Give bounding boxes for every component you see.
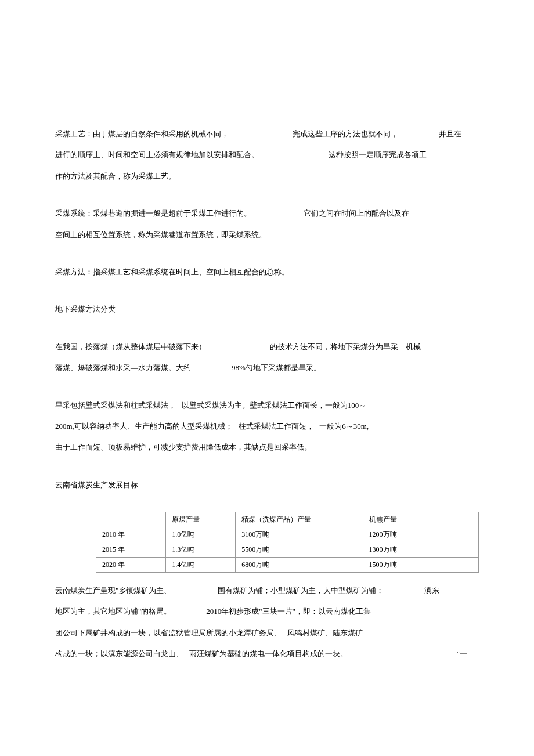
text: 并且在 [439,129,461,138]
text: 团公司下属矿井构成的一块，以省监狱管理局所属的小龙潭矿务局、 凤鸣村煤矿、陆东煤… [55,628,363,637]
table-header: 精煤（洗煤产品）产量 [236,512,363,527]
text: 它们之间在时间上的配合以及在 [304,209,409,218]
text: 落煤、爆破落煤和水采—水力落煤。大约 [55,363,191,372]
text: 作的方法及其配合，称为采煤工艺。 [55,172,176,180]
text: 云南省煤炭生产发展目标 [55,480,138,489]
table-cell: 1500万吨 [363,558,478,573]
text: 国有煤矿为辅；小型煤矿为主，大中型煤矿为辅； [218,586,384,595]
table-cell: 1.4亿吨 [166,558,236,573]
text: 滇东 [424,586,439,595]
production-table: 原煤产量 精煤（洗煤产品）产量 机焦产量 2010 年 1.0亿吨 3100万吨… [96,512,479,573]
text: 的技术方法不同，将地下采煤分为旱采—机械 [270,342,421,351]
text: 2010年初步形成"三块一片"，即：以云南煤化工集 [206,607,371,616]
table-cell: 5500万吨 [236,542,363,558]
table-cell: 6800万吨 [236,558,363,573]
table-header-row: 原煤产量 精煤（洗煤产品）产量 机焦产量 [96,512,479,527]
table-header: 原煤产量 [166,512,236,527]
table-cell: 1200万吨 [363,527,478,542]
table-cell: 1300万吨 [363,542,478,558]
table-header [96,512,166,527]
table-row: 2010 年 1.0亿吨 3100万吨 1200万吨 [96,527,479,542]
text: 98%勺地下采煤都是旱采。 [232,363,321,372]
table-row: 2015 年 1.3亿吨 5500万吨 1300万吨 [96,542,479,558]
heading-classification: 地下采煤方法分类 [55,299,479,320]
table-header: 机焦产量 [363,512,478,527]
paragraph-mining-method: 采煤方法：指采煤工艺和采煤系统在时间上、空间上相互配合的总称。 [55,262,479,283]
text: 完成这些工序的方法也就不同， [293,129,398,138]
text: 这种按照一定顺序完成各项工 [329,150,427,159]
table-cell: 2010 年 [96,527,166,542]
text: 在我国，按落煤（煤从整体煤层中破落下来） [55,342,206,351]
text: 采煤系统：采煤巷道的掘进一般是超前于采煤工作进行的。 [55,209,251,218]
text: 由于工作面短、顶板易维护，可减少支护费用降低成本，其缺点是回采率低。 [55,443,312,451]
text: 地区为主，其它地区为辅"的格局。 [55,607,171,616]
paragraph-classification-body: 在我国，按落煤（煤从整体煤层中破落下来）的技术方法不同，将地下采煤分为旱采—机械… [55,337,479,379]
text: 地下采煤方法分类 [55,305,116,313]
text: 进行的顺序上、时间和空间上必须有规律地加以安排和配合。 [55,150,259,159]
heading-yunnan-targets: 云南省煤炭生产发展目标 [55,475,479,495]
paragraph-mining-system: 采煤系统：采煤巷道的掘进一般是超前于采煤工作进行的。它们之间在时间上的配合以及在… [55,203,479,245]
text: 构成的一块；以滇东能源公司白龙山、 雨汪煤矿为基础的煤电一体化项目构成的一块。 [55,649,348,658]
table-cell: 1.0亿吨 [166,527,236,542]
text: 采煤工艺：由于煤层的自然条件和采用的机械不同， [55,129,229,138]
text: 200m,可以容纳功率大、生产能力高的大型采煤机械； 柱式采煤法工作面短， 一般… [55,422,369,431]
document-page: 采煤工艺：由于煤层的自然条件和采用的机械不同，完成这些工序的方法也就不同，并且在… [0,0,534,756]
table-cell: 1.3亿吨 [166,542,236,558]
table-cell: 2020 年 [96,558,166,573]
text: 云南煤炭生产呈现"乡镇煤矿为主、 [55,586,171,595]
text: 旱采包括壁式采煤法和柱式采煤法， 以壁式采煤法为主。壁式采煤法工作面长，一般为1… [55,401,366,410]
table-row: 2020 年 1.4亿吨 6800万吨 1500万吨 [96,558,479,573]
paragraph-dry-mining: 旱采包括壁式采煤法和柱式采煤法， 以壁式采煤法为主。壁式采煤法工作面长，一般为1… [55,395,479,458]
table-cell: 3100万吨 [236,527,363,542]
text: 空间上的相互位置系统，称为采煤巷道布置系统，即采煤系统。 [55,230,266,239]
paragraph-yunnan-pattern: 云南煤炭生产呈现"乡镇煤矿为主、国有煤矿为辅；小型煤矿为主，大中型煤矿为辅；滇东… [55,580,479,665]
table-cell: 2015 年 [96,542,166,558]
trailing-text: "一 [457,643,467,664]
paragraph-mining-process: 采煤工艺：由于煤层的自然条件和采用的机械不同，完成这些工序的方法也就不同，并且在… [55,124,479,187]
text: 采煤方法：指采煤工艺和采煤系统在时间上、空间上相互配合的总称。 [55,267,289,276]
